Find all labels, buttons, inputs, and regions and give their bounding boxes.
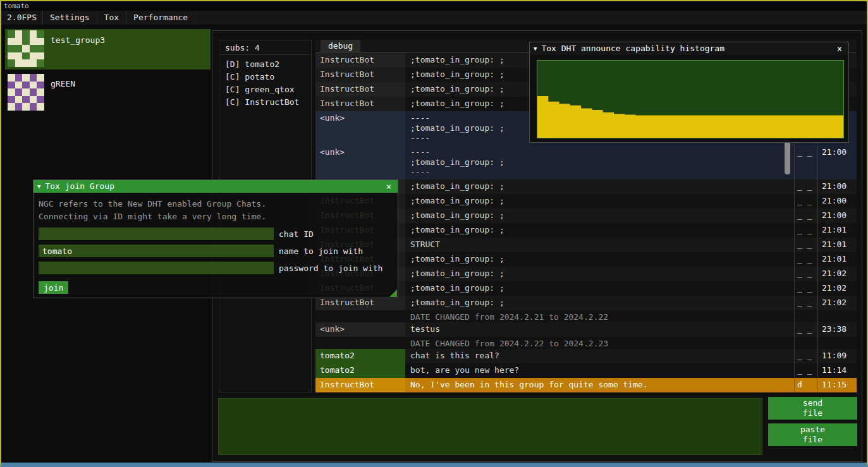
chat-row: tomato2 bot, are you new here? _ _ 11:14 xyxy=(315,363,857,378)
chat-delivery-flags: _ _ xyxy=(794,349,817,363)
tab-debug[interactable]: debug xyxy=(321,40,360,52)
message-input[interactable] xyxy=(218,398,762,455)
join-window-titlebar[interactable]: ▼ Tox join Group × xyxy=(34,180,398,193)
group-list-item[interactable]: gREEN xyxy=(5,73,211,113)
chat-delivery-flags xyxy=(794,337,817,349)
chat-message-text: No, I've been in this group for quite so… xyxy=(405,378,794,392)
resize-grip[interactable] xyxy=(389,289,397,297)
join-field-label: password to join with xyxy=(279,264,382,273)
join-window-body: NGC refers to the New DHT enabled Group … xyxy=(34,193,398,299)
join-button[interactable]: join xyxy=(39,281,68,294)
chat-delivery-flags: _ _ xyxy=(794,194,817,209)
menu-items: SettingsToxPerformance xyxy=(43,11,195,25)
collapse-arrow-icon[interactable]: ▼ xyxy=(534,42,537,55)
chat-delivery-flags xyxy=(794,310,817,322)
group-name: gREEN xyxy=(51,74,75,112)
menu-item[interactable]: Performance xyxy=(126,11,195,25)
join-field-input[interactable] xyxy=(39,262,274,274)
join-info-text: NGC refers to the New DHT enabled Group … xyxy=(39,198,393,210)
chat-message-text: testus xyxy=(405,322,794,337)
chat-sender: <unk> xyxy=(315,322,405,337)
chat-delivery-flags: _ _ xyxy=(794,179,817,194)
chat-sender: InstructBot xyxy=(315,68,405,82)
chat-delivery-flags: d xyxy=(794,378,817,392)
group-roster: test_group3 gREEN xyxy=(5,29,211,116)
histogram-window-titlebar[interactable]: ▼ Tox DHT announce capability histogram … xyxy=(530,42,848,55)
histogram-window: ▼ Tox DHT announce capability histogram … xyxy=(529,42,849,143)
close-icon[interactable]: × xyxy=(834,42,845,55)
chat-message-text: ---- ;tomato_in_group: ; ---- xyxy=(405,145,794,179)
menu-item[interactable]: Tox xyxy=(97,11,126,25)
menu-bar: 2.0FPS SettingsToxPerformance xyxy=(1,11,867,25)
paste-file-button[interactable]: paste file xyxy=(768,423,857,446)
chat-delivery-flags: _ _ xyxy=(794,296,817,310)
join-field-row: password to join with xyxy=(39,262,393,274)
send-file-button[interactable]: send file xyxy=(768,397,857,420)
chat-sender: InstructBot xyxy=(315,53,405,68)
chat-message-text: ;tomato_in_group: ; xyxy=(405,252,794,267)
chat-sender xyxy=(315,310,405,322)
chat-message-text: STRUCT xyxy=(405,238,794,252)
window-title: tomato xyxy=(1,1,867,11)
chat-message-text: ;tomato_in_group: ; xyxy=(405,223,794,238)
fps-indicator: 2.0FPS xyxy=(1,11,43,25)
join-info-lines: NGC refers to the New DHT enabled Group … xyxy=(39,198,393,223)
chat-sender: InstructBot xyxy=(315,378,405,392)
member-list-item[interactable]: [C] InstructBot xyxy=(225,96,305,109)
chat-timestamp: 21:02 xyxy=(817,296,857,310)
chat-timestamp: 21:00 xyxy=(817,145,857,179)
join-info-text: Connecting via ID might take a very long… xyxy=(39,210,393,223)
chat-message-text: DATE CHANGED from 2024.2.22 to 2024.2.23 xyxy=(405,337,794,349)
chat-row: <unk> testus _ _ 23:38 xyxy=(315,322,857,337)
chat-row: DATE CHANGED from 2024.2.22 to 2024.2.23 xyxy=(315,337,857,349)
chat-delivery-flags: _ _ xyxy=(794,281,817,296)
chat-sender: <unk> xyxy=(315,145,405,179)
chat-timestamp: 21:00 xyxy=(817,179,857,194)
group-avatar-identicon xyxy=(8,74,44,111)
join-field-row: name to join with xyxy=(39,245,393,257)
join-field-label: name to join with xyxy=(279,246,363,256)
chat-message-text: bot, are you new here? xyxy=(405,363,794,378)
chat-row: InstructBot No, I've been in this group … xyxy=(315,378,857,392)
chat-timestamp: 21:02 xyxy=(817,267,857,281)
join-window-title: Tox join Group xyxy=(45,180,384,193)
chat-delivery-flags: _ _ xyxy=(794,209,817,223)
chat-delivery-flags: _ _ xyxy=(794,267,817,281)
chat-message-text: ;tomato_in_group: ; xyxy=(405,296,794,310)
chat-sender: InstructBot xyxy=(315,82,405,97)
chat-timestamp: 21:01 xyxy=(817,223,857,238)
chat-row: <unk> ---- ;tomato_in_group: ; ---- _ _ … xyxy=(315,145,857,179)
chat-timestamp: 11:09 xyxy=(817,349,857,363)
join-field-label: chat ID xyxy=(279,229,314,239)
group-list-item[interactable]: test_group3 xyxy=(5,29,211,70)
chat-timestamp: 11:15 xyxy=(817,378,857,392)
chat-delivery-flags: _ _ xyxy=(794,238,817,252)
histogram-plot-svg xyxy=(537,61,843,138)
chat-message-text: ;tomato_in_group: ; xyxy=(405,267,794,281)
join-field-input[interactable] xyxy=(39,227,274,240)
chat-timestamp xyxy=(817,337,857,349)
join-field-input[interactable] xyxy=(39,245,274,257)
chat-sender: tomato2 xyxy=(315,349,405,363)
chat-message-text: ;tomato_in_group: ; xyxy=(405,209,794,223)
histogram-window-title: Tox DHT announce capability histogram xyxy=(541,42,834,55)
chat-message-text: ;tomato_in_group: ; xyxy=(405,281,794,296)
member-list-item[interactable]: [D] tomato2 xyxy=(225,58,305,71)
chat-timestamp xyxy=(817,310,857,322)
member-list-item[interactable]: [C] green_qtox xyxy=(225,83,305,96)
collapse-arrow-icon[interactable]: ▼ xyxy=(37,180,40,193)
chat-row: tomato2 chat is this real? _ _ 11:09 xyxy=(315,349,857,363)
member-list-item[interactable]: [C] potato xyxy=(225,71,305,83)
chat-sender xyxy=(315,337,405,349)
join-group-window: ▼ Tox join Group × NGC refers to the New… xyxy=(33,179,398,298)
chat-message-text: chat is this real? xyxy=(405,349,794,363)
chat-sender: tomato2 xyxy=(315,363,405,378)
app-window: tomato 2.0FPS SettingsToxPerformance tes… xyxy=(0,0,868,467)
chat-timestamp: 11:14 xyxy=(817,363,857,378)
chat-message-text: ;tomato_in_group: ; xyxy=(405,194,794,209)
chat-message-text: DATE CHANGED from 2024.2.21 to 2024.2.22 xyxy=(405,310,794,322)
menu-item[interactable]: Settings xyxy=(43,11,97,25)
histogram-plot xyxy=(537,60,844,138)
group-name: test_group3 xyxy=(51,30,105,68)
close-icon[interactable]: × xyxy=(384,180,394,193)
